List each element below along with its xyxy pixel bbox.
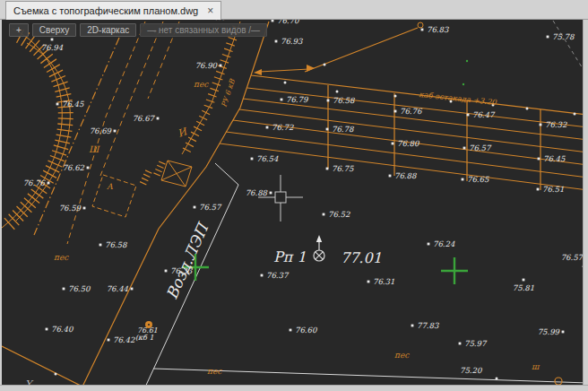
survey-point-marker	[270, 192, 272, 195]
survey-point-marker	[389, 175, 392, 178]
elevation-label: 76.42	[113, 335, 135, 344]
elevation-label: 76.94	[41, 43, 64, 52]
elevation-label: 76.67	[133, 114, 156, 123]
survey-point-marker	[251, 158, 254, 161]
elevation-label: 76.72	[272, 123, 294, 132]
elevation-label: 76.88	[246, 188, 268, 197]
survey-point-marker	[462, 178, 464, 181]
survey-point-marker	[275, 40, 278, 43]
elevation-label: 76.80	[397, 139, 419, 148]
visual-style-button[interactable]: 2D-каркас	[80, 23, 136, 37]
elevation-label: 76.57	[199, 203, 222, 212]
survey-point-marker	[392, 143, 394, 145]
close-tab-icon[interactable]: ×	[207, 5, 213, 16]
elevation-label: 76.76	[23, 178, 47, 187]
survey-point-marker	[290, 329, 292, 332]
drawing-file-name: Съемка с топографическим планом.dwg	[13, 5, 198, 16]
survey-point-marker	[323, 213, 325, 216]
survey-point-marker	[327, 100, 330, 102]
small-structure	[142, 161, 192, 187]
map-text-label: РУ 6 кВ	[220, 77, 237, 108]
survey-point-marker	[326, 128, 329, 131]
drawing-file-tab[interactable]: Съемка с топографическим планом.dwg ×	[5, 1, 221, 20]
model-space-viewport[interactable]: + Сверху 2D-каркас — нет связанных видов…	[2, 20, 583, 385]
survey-point-marker	[157, 117, 160, 120]
pole-dot	[394, 95, 397, 98]
crosshair-cursor	[258, 175, 303, 222]
elevation-label: 76.83	[427, 25, 449, 34]
faint-dashed-line	[553, 21, 583, 77]
elevation-label: 76.60	[295, 326, 317, 335]
elevation-label: 76.40	[51, 325, 74, 334]
elevation-label: 76.62	[63, 163, 85, 172]
linked-views-indicator[interactable]: — нет связанных видов /—	[140, 23, 267, 37]
elevation-label: 76.69	[90, 126, 113, 135]
viewport-menu-button[interactable]: +	[9, 23, 29, 37]
road-corridor	[2, 22, 269, 385]
survey-point-marker	[547, 36, 549, 39]
viewport-controls: + Сверху 2D-каркас — нет связанных видов…	[9, 23, 267, 37]
elevation-label: 75.99	[538, 327, 561, 336]
survey-point-marker	[165, 270, 168, 273]
survey-point-marker	[562, 331, 565, 334]
map-text-label: (кб 1	[135, 334, 154, 342]
elevation-label: 76.88	[394, 171, 417, 180]
pole-dot	[324, 64, 326, 66]
elevation-label: 76.45	[543, 154, 566, 163]
survey-point-marker	[272, 20, 274, 22]
map-text-label: Y	[25, 378, 34, 385]
elevation-label: 76.57	[469, 143, 492, 152]
cad-application-window: Съемка с топографическим планом.dwg × + …	[0, 0, 588, 391]
benchmark-symbol	[314, 235, 324, 261]
survey-point-marker	[411, 325, 414, 327]
map-text-label: пес	[194, 80, 209, 89]
survey-point-marker	[108, 339, 110, 342]
file-tab-bar: Съемка с топографическим планом.dwg ×	[0, 0, 588, 20]
elevation-label: 76.58	[333, 96, 355, 105]
drawing-canvas[interactable]: 76.8176.9476.8776.7076.9376.9076.7976.72…	[2, 20, 583, 385]
elevation-label: 76.50	[68, 284, 91, 293]
map-text-label: И	[177, 126, 190, 140]
elevation-label: 76.87	[209, 20, 232, 22]
survey-point-marker	[83, 207, 86, 210]
survey-point-marker	[114, 130, 117, 133]
elevation-label: 76.78	[332, 125, 354, 134]
survey-point-marker	[87, 167, 90, 169]
survey-point-marker	[326, 168, 329, 170]
survey-point-marker	[261, 274, 264, 277]
pole-dot	[284, 82, 287, 84]
elevation-label: 75.81	[513, 283, 534, 292]
map-text-label: пес	[54, 253, 69, 262]
elevation-label: 75.78	[552, 32, 575, 41]
survey-point-marker	[63, 288, 65, 291]
elevation-label: 76.76	[400, 107, 423, 116]
survey-point-marker	[428, 243, 430, 246]
map-text-label: каб эстакада +3.20	[419, 90, 497, 107]
survey-point-marker	[46, 328, 48, 331]
survey-point-marker	[538, 158, 540, 161]
view-control-button[interactable]: Сверху	[32, 23, 76, 37]
elevation-label: 75.97	[464, 339, 488, 348]
pole-dot	[55, 373, 57, 376]
map-text-label: пес	[207, 367, 222, 376]
survey-point-marker	[281, 99, 283, 101]
survey-point-marker	[368, 281, 370, 283]
elevation-label: 76.54	[256, 154, 279, 163]
elevation-label: 76.47	[472, 110, 496, 119]
elevation-label: 76.37	[266, 271, 290, 280]
map-text-label: пес	[394, 351, 410, 360]
elevation-label: 76.58	[105, 240, 127, 249]
dashed-structure-outline	[92, 175, 136, 217]
survey-point-marker	[220, 65, 222, 67]
elevation-label: 76.31	[373, 277, 394, 286]
elevation-label: 76.52	[328, 210, 350, 219]
map-text-label: Рп 1	[273, 248, 307, 265]
elevation-label: 76.59	[59, 204, 82, 213]
manhole-symbol	[555, 378, 562, 385]
green-dot	[466, 60, 468, 62]
survey-point-marker	[194, 206, 196, 209]
elevation-label: 76.45	[62, 100, 84, 109]
elevation-label: 76.75	[332, 164, 354, 173]
pole-dot	[496, 378, 498, 380]
survey-point-marker	[394, 110, 397, 113]
